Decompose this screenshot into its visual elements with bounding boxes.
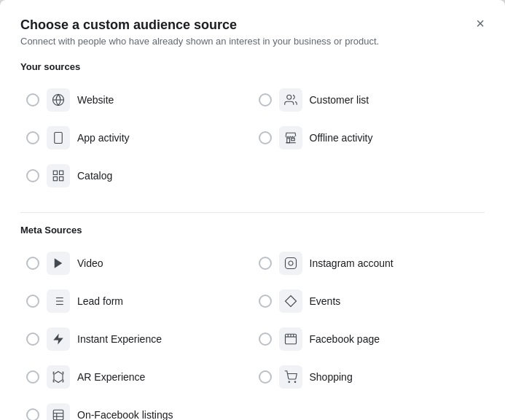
- option-lead-form-label: Lead form: [77, 295, 123, 307]
- ar-icon: [47, 365, 70, 389]
- option-catalog-label: Catalog: [77, 170, 112, 182]
- option-app-activity[interactable]: App activity: [20, 119, 253, 157]
- store-icon: [279, 126, 302, 149]
- option-website-label: Website: [77, 94, 114, 106]
- option-facebook-page-label: Facebook page: [310, 333, 380, 345]
- svg-marker-21: [285, 296, 296, 307]
- radio-catalog[interactable]: [26, 169, 39, 182]
- radio-customer-list[interactable]: [259, 93, 272, 106]
- instagram-icon: [279, 252, 302, 275]
- svg-point-29: [289, 381, 290, 383]
- option-events[interactable]: Events: [253, 282, 485, 320]
- option-instagram-account[interactable]: Instagram account: [253, 244, 485, 282]
- option-video-label: Video: [77, 257, 103, 269]
- svg-rect-10: [53, 177, 57, 181]
- radio-instagram-account[interactable]: [259, 257, 272, 270]
- dialog-subtitle: Connect with people who have already sho…: [20, 36, 485, 47]
- meta-sources-section: Meta Sources Video Instagram account: [20, 225, 485, 420]
- fb-page-icon: [279, 327, 302, 351]
- radio-lead-form[interactable]: [26, 295, 39, 308]
- people-icon: [279, 88, 302, 112]
- svg-rect-11: [60, 177, 63, 181]
- radio-facebook-page[interactable]: [259, 332, 272, 346]
- svg-rect-6: [291, 139, 294, 141]
- radio-shopping[interactable]: [259, 370, 272, 384]
- radio-app-activity[interactable]: [26, 131, 39, 144]
- option-instant-experience-label: Instant Experience: [77, 333, 162, 345]
- bolt-icon: [47, 327, 70, 351]
- dialog-title: Choose a custom audience source: [20, 18, 237, 33]
- option-website[interactable]: Website: [20, 81, 253, 119]
- option-events-label: Events: [310, 295, 341, 307]
- option-ar-experience-label: AR Experience: [77, 371, 145, 383]
- option-catalog[interactable]: Catalog: [20, 157, 253, 195]
- option-on-facebook-listings-label: On-Facebook listings: [77, 409, 173, 420]
- svg-marker-28: [54, 372, 63, 383]
- option-offline-activity[interactable]: Offline activity: [253, 119, 485, 157]
- your-sources-grid: Website Customer list App activity: [20, 81, 485, 195]
- option-facebook-page[interactable]: Facebook page: [253, 320, 485, 358]
- listings-icon: [47, 403, 70, 420]
- option-shopping-label: Shopping: [310, 371, 353, 383]
- choose-audience-dialog: Choose a custom audience source × Connec…: [0, 0, 505, 420]
- meta-sources-label: Meta Sources: [20, 225, 485, 236]
- svg-rect-5: [286, 139, 289, 143]
- radio-offline-activity[interactable]: [259, 131, 272, 144]
- dialog-header: Choose a custom audience source ×: [20, 18, 485, 33]
- your-sources-section: Your sources Website Customer list: [20, 61, 485, 195]
- svg-point-2: [286, 95, 291, 99]
- option-ar-experience[interactable]: AR Experience: [20, 358, 253, 396]
- option-customer-list[interactable]: Customer list: [253, 81, 485, 119]
- option-lead-form[interactable]: Lead form: [20, 282, 253, 320]
- svg-rect-9: [60, 171, 63, 174]
- svg-point-30: [294, 381, 296, 383]
- option-instagram-account-label: Instagram account: [310, 257, 394, 269]
- play-icon: [47, 252, 70, 275]
- svg-rect-8: [53, 171, 57, 174]
- radio-events[interactable]: [259, 295, 272, 308]
- radio-instant-experience[interactable]: [26, 332, 39, 346]
- close-button[interactable]: ×: [476, 16, 485, 31]
- grid-icon: [47, 164, 70, 187]
- option-video[interactable]: Video: [20, 244, 253, 282]
- mobile-icon: [47, 126, 70, 149]
- cart-icon: [279, 365, 302, 389]
- your-sources-label: Your sources: [20, 61, 485, 72]
- svg-marker-22: [53, 334, 63, 345]
- diamond-icon: [279, 289, 302, 313]
- option-offline-activity-label: Offline activity: [310, 132, 373, 144]
- option-customer-list-label: Customer list: [310, 94, 369, 106]
- radio-ar-experience[interactable]: [26, 370, 39, 384]
- svg-marker-12: [55, 258, 63, 268]
- option-app-activity-label: App activity: [77, 132, 130, 144]
- svg-rect-13: [285, 258, 296, 269]
- option-on-facebook-listings[interactable]: On-Facebook listings: [20, 396, 253, 420]
- option-instant-experience[interactable]: Instant Experience: [20, 320, 253, 358]
- section-divider: [20, 212, 485, 213]
- meta-sources-grid: Video Instagram account Lead form: [20, 244, 485, 420]
- option-shopping[interactable]: Shopping: [253, 358, 485, 396]
- radio-video[interactable]: [26, 257, 39, 270]
- globe-icon: [47, 88, 70, 112]
- radio-on-facebook-listings[interactable]: [26, 408, 39, 420]
- svg-rect-31: [53, 410, 63, 420]
- list-icon: [47, 289, 70, 313]
- radio-website[interactable]: [26, 93, 39, 106]
